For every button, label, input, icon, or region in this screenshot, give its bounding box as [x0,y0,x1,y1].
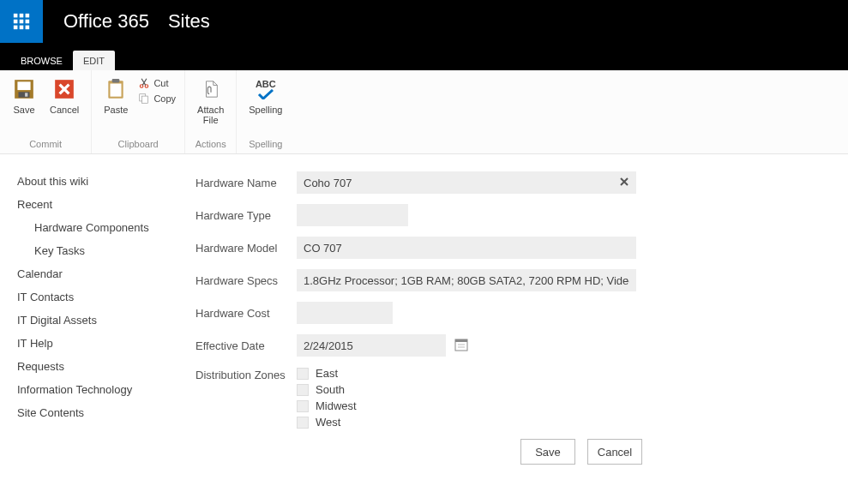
copy-button[interactable]: Copy [138,93,176,105]
svg-rect-6 [14,26,18,30]
svg-rect-8 [26,26,30,30]
hardware-name-field[interactable] [297,171,636,194]
label-hardware-specs: Hardware Specs [195,274,297,287]
form-area: Hardware Name Hardware Type Hardware Mod… [171,154,848,504]
calendar-icon [454,338,468,351]
ribbon-group-spelling: ABC Spelling Spelling [237,70,294,153]
svg-rect-2 [26,14,30,18]
zone-east-label: East [316,367,338,380]
tab-edit[interactable]: EDIT [73,51,115,70]
copy-label: Copy [153,93,176,104]
row-distribution-zones: Distribution Zones East South Midwest We… [195,367,642,429]
row-hardware-cost: Hardware Cost [195,302,642,324]
spelling-label: Spelling [249,105,282,115]
nav-about-wiki[interactable]: About this wiki [17,170,171,193]
svg-rect-5 [26,20,30,24]
cut-button[interactable]: Cut [138,77,176,89]
row-hardware-type: Hardware Type [195,204,642,226]
left-nav: About this wiki Recent Hardware Componen… [0,154,171,504]
checkbox-icon [297,368,309,380]
attach-file-icon [201,78,220,100]
effective-date-field[interactable] [297,334,446,357]
nav-it-help[interactable]: IT Help [17,332,171,355]
cancel-button[interactable]: Cancel [46,75,82,117]
clear-name-button[interactable] [619,176,629,189]
nav-hardware-components[interactable]: Hardware Components [17,216,171,239]
copy-icon [138,93,150,105]
body: About this wiki Recent Hardware Componen… [0,154,848,504]
svg-rect-4 [20,20,24,24]
svg-rect-15 [112,79,120,82]
form-cancel-button[interactable]: Cancel [587,439,642,465]
zone-east[interactable]: East [297,367,357,380]
ribbon: Save Cancel Commit [0,70,848,154]
zone-midwest-label: Midwest [316,399,357,412]
row-hardware-specs: Hardware Specs [195,269,642,291]
actions-group-label: Actions [195,135,226,153]
tab-browse[interactable]: BROWSE [10,51,73,70]
svg-rect-12 [25,93,27,96]
svg-rect-3 [14,20,18,24]
row-hardware-name: Hardware Name [195,171,642,194]
cancel-label: Cancel [50,105,79,115]
label-distribution-zones: Distribution Zones [195,367,297,381]
app-launcher-button[interactable] [0,0,43,43]
zone-south-label: South [316,383,345,396]
save-button[interactable]: Save [9,75,39,117]
ribbon-group-clipboard: Paste Cut Copy [92,70,185,153]
paste-button[interactable]: Paste [100,75,131,117]
checkbox-icon [297,417,309,429]
svg-rect-7 [20,26,24,30]
close-icon [619,177,629,187]
zone-midwest[interactable]: Midwest [297,399,357,412]
cut-icon [138,77,150,89]
nav-key-tasks[interactable]: Key Tasks [17,239,171,262]
svg-rect-22 [455,339,467,342]
hardware-specs-field[interactable] [297,269,636,291]
ribbon-group-actions: Attach File Actions [185,70,237,153]
paste-label: Paste [104,105,128,115]
sites-link[interactable]: Sites [168,10,210,33]
spelling-button[interactable]: ABC Spelling [245,75,286,117]
brand-label[interactable]: Office 365 [63,10,149,33]
svg-rect-20 [142,96,148,103]
attach-label: Attach File [197,105,224,125]
label-hardware-cost: Hardware Cost [195,307,297,320]
date-picker-button[interactable] [454,338,468,354]
svg-rect-10 [17,81,30,90]
label-hardware-model: Hardware Model [195,242,297,255]
tab-strip: BROWSE EDIT [0,43,848,70]
nav-information-technology[interactable]: Information Technology [17,378,171,401]
spelling-abc-label: ABC [256,79,276,89]
row-effective-date: Effective Date [195,334,642,357]
hardware-model-field[interactable] [297,237,636,259]
spelling-group-label: Spelling [249,135,282,153]
nav-requests[interactable]: Requests [17,355,171,378]
form-save-button[interactable]: Save [520,439,575,465]
check-icon [256,89,276,99]
nav-site-contents[interactable]: Site Contents [17,401,171,424]
save-label: Save [13,105,34,115]
nav-recent[interactable]: Recent [17,193,171,216]
zone-west-label: West [316,416,340,429]
zone-west[interactable]: West [297,416,357,429]
nav-it-contacts[interactable]: IT Contacts [17,285,171,309]
commit-group-label: Commit [29,135,62,153]
cancel-icon [53,78,75,100]
checkbox-icon [297,400,309,412]
attach-file-button[interactable]: Attach File [194,75,227,127]
svg-rect-1 [20,14,24,18]
hardware-cost-field[interactable] [297,302,393,324]
waffle-icon [12,12,31,31]
zone-south[interactable]: South [297,383,357,396]
svg-rect-16 [111,84,122,97]
label-hardware-name: Hardware Name [195,177,297,189]
paste-icon [105,78,127,100]
checkbox-icon [297,384,309,396]
form-button-row: Save Cancel [195,439,642,465]
nav-it-digital-assets[interactable]: IT Digital Assets [17,309,171,332]
label-hardware-type: Hardware Type [195,209,297,222]
nav-calendar[interactable]: Calendar [17,262,171,285]
clipboard-group-label: Clipboard [118,135,159,153]
hardware-type-field[interactable] [297,204,408,226]
